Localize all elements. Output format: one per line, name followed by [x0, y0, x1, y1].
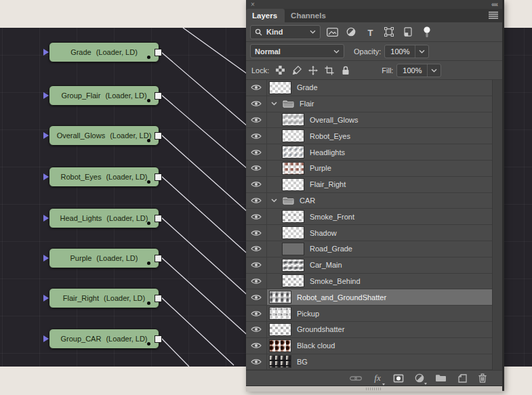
- layer-name[interactable]: Road_Grade: [310, 245, 352, 253]
- layer-name[interactable]: BG: [297, 358, 308, 366]
- adjustment-layer-filter-icon[interactable]: [344, 26, 359, 38]
- delete-layer-icon[interactable]: [478, 373, 487, 383]
- layer-thumbnail[interactable]: [282, 226, 304, 239]
- lock-image-brush-icon[interactable]: [291, 65, 302, 75]
- layer-row[interactable]: Car_Main: [246, 257, 493, 274]
- layer-thumbnail[interactable]: [269, 81, 291, 94]
- chevron-down-icon[interactable]: [415, 49, 428, 54]
- tab-channels[interactable]: Channels: [285, 9, 333, 22]
- visibility-toggle[interactable]: [246, 338, 267, 354]
- layer-row[interactable]: Overall_Glows: [246, 112, 493, 129]
- lock-all-icon[interactable]: [340, 65, 350, 75]
- layer-row[interactable]: Robot_and_GroundShatter: [246, 289, 493, 306]
- lock-transparency-icon[interactable]: [275, 65, 285, 75]
- visibility-toggle[interactable]: [246, 161, 267, 176]
- opacity-field[interactable]: 100%: [384, 45, 429, 58]
- visibility-toggle[interactable]: [246, 289, 267, 305]
- layer-row[interactable]: Flair_Right: [246, 177, 493, 193]
- layer-name[interactable]: Smoke_Front: [310, 213, 354, 221]
- layer-name[interactable]: Car_Main: [310, 261, 342, 269]
- filter-toggle-icon[interactable]: [420, 26, 434, 38]
- layer-thumbnail[interactable]: [282, 129, 304, 142]
- shape-layer-filter-icon[interactable]: [382, 26, 396, 38]
- layer-name[interactable]: Grade: [297, 83, 318, 91]
- layer-thumbnail[interactable]: [282, 243, 304, 255]
- visibility-toggle[interactable]: [246, 257, 267, 273]
- smart-object-filter-icon[interactable]: [401, 26, 415, 38]
- node-output-icon[interactable]: [155, 132, 162, 140]
- layer-thumbnail[interactable]: [282, 210, 304, 223]
- layer-group-row[interactable]: CAR: [246, 193, 493, 209]
- layer-row[interactable]: Black cloud: [246, 338, 493, 354]
- close-icon[interactable]: ×: [251, 1, 255, 8]
- node-output-icon[interactable]: [155, 49, 162, 56]
- expand-chevron-icon[interactable]: [271, 199, 277, 203]
- fill-value[interactable]: 100%: [397, 66, 427, 75]
- visibility-toggle[interactable]: [246, 306, 267, 321]
- loader-node[interactable]: Grade (Loader, LD): [49, 42, 159, 62]
- layer-name[interactable]: Smoke_Behind: [310, 277, 361, 285]
- link-layers-icon[interactable]: [350, 375, 362, 381]
- layer-thumbnail[interactable]: [282, 274, 304, 287]
- visibility-toggle[interactable]: [246, 112, 267, 128]
- visibility-toggle[interactable]: [246, 322, 267, 337]
- layer-row[interactable]: Headlights: [246, 144, 493, 161]
- visibility-toggle[interactable]: [246, 96, 267, 112]
- panel-menu-icon[interactable]: [489, 12, 498, 20]
- chevron-down-icon[interactable]: [428, 68, 441, 72]
- lock-position-move-icon[interactable]: [308, 65, 318, 75]
- layer-effects-icon[interactable]: fx: [373, 373, 382, 383]
- layer-row[interactable]: BG: [246, 354, 493, 370]
- layer-name[interactable]: Flair: [300, 100, 314, 108]
- collapse-panel-icon[interactable]: ««: [491, 1, 497, 8]
- blend-mode-select[interactable]: Normal: [250, 44, 344, 58]
- loader-node[interactable]: Overall_Glows (Loader, LD): [49, 125, 159, 146]
- layer-name[interactable]: CAR: [300, 196, 315, 205]
- layer-thumbnail[interactable]: [282, 259, 304, 272]
- layer-thumbnail[interactable]: [269, 323, 291, 336]
- scrollbar-track[interactable]: [492, 80, 502, 370]
- loader-node[interactable]: Purple (Loader, LD): [49, 248, 159, 268]
- layer-name[interactable]: Robot_Eyes: [310, 132, 350, 140]
- layer-name[interactable]: Flair_Right: [310, 180, 346, 188]
- opacity-value[interactable]: 100%: [385, 47, 415, 56]
- layer-thumbnail[interactable]: [269, 291, 291, 304]
- visibility-toggle[interactable]: [246, 209, 267, 224]
- layer-row[interactable]: Road_Grade: [246, 241, 493, 257]
- node-input-icon[interactable]: [43, 335, 49, 342]
- layer-row[interactable]: Groundshatter: [246, 322, 493, 338]
- layer-name[interactable]: Black cloud: [297, 341, 335, 350]
- visibility-toggle[interactable]: [246, 193, 267, 209]
- visibility-toggle[interactable]: [246, 128, 267, 144]
- visibility-toggle[interactable]: [246, 177, 267, 192]
- panel-resize-gripper[interactable]: [366, 388, 382, 390]
- add-layer-mask-icon[interactable]: [393, 374, 404, 383]
- node-output-icon[interactable]: [155, 215, 162, 222]
- node-output-icon[interactable]: [155, 173, 162, 181]
- visibility-toggle[interactable]: [246, 144, 267, 160]
- node-input-icon[interactable]: [43, 215, 49, 222]
- visibility-toggle[interactable]: [246, 241, 267, 257]
- loader-node[interactable]: Head_Lights (Loader, LD): [49, 208, 159, 228]
- node-input-icon[interactable]: [43, 92, 49, 99]
- node-input-icon[interactable]: [43, 173, 49, 180]
- filter-kind-select[interactable]: Kind: [250, 25, 321, 39]
- layer-name[interactable]: Pickup: [297, 310, 319, 318]
- tab-layers[interactable]: Layers: [246, 9, 285, 22]
- visibility-toggle[interactable]: [246, 274, 267, 289]
- layer-row[interactable]: Robot_Eyes: [246, 128, 493, 144]
- loader-node[interactable]: Flair_Right (Loader, LD): [49, 288, 159, 308]
- layer-name[interactable]: Robot_and_GroundShatter: [297, 293, 386, 302]
- node-input-icon[interactable]: [43, 132, 49, 139]
- layer-row[interactable]: Grade: [246, 80, 493, 96]
- layer-thumbnail[interactable]: [282, 178, 304, 191]
- lock-artboard-icon[interactable]: [324, 65, 334, 75]
- layer-row[interactable]: Pickup: [246, 306, 493, 322]
- node-output-icon[interactable]: [155, 335, 162, 343]
- loader-node[interactable]: Group_CAR (Loader, LD): [49, 329, 159, 349]
- node-input-icon[interactable]: [43, 255, 49, 262]
- layer-row[interactable]: Purple: [246, 161, 493, 177]
- visibility-toggle[interactable]: [246, 80, 267, 96]
- node-output-icon[interactable]: [155, 255, 162, 262]
- layer-row[interactable]: Smoke_Front: [246, 209, 493, 225]
